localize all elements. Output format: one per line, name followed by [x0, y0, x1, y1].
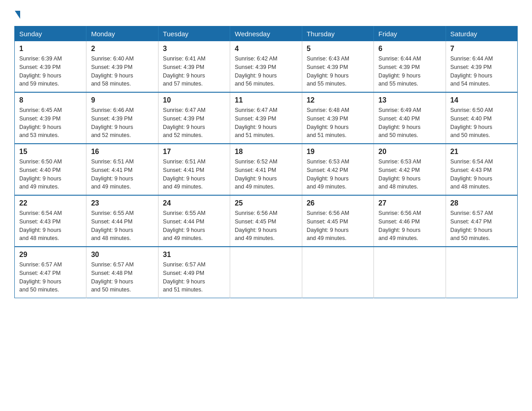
calendar-week-row: 8 Sunrise: 6:45 AMSunset: 4:39 PMDayligh…: [15, 92, 518, 144]
calendar-cell: 24 Sunrise: 6:55 AMSunset: 4:44 PMDaylig…: [158, 195, 230, 247]
day-info: Sunrise: 6:42 AMSunset: 4:39 PMDaylight:…: [235, 55, 297, 88]
day-number: 2: [91, 45, 153, 53]
calendar-cell: [302, 247, 373, 298]
logo: [14, 11, 21, 19]
day-info: Sunrise: 6:54 AMSunset: 4:43 PMDaylight:…: [450, 158, 513, 191]
calendar-week-row: 29 Sunrise: 6:57 AMSunset: 4:47 PMDaylig…: [15, 247, 518, 298]
day-number: 10: [163, 96, 225, 104]
day-info: Sunrise: 6:51 AMSunset: 4:41 PMDaylight:…: [163, 158, 225, 191]
column-header-monday: Monday: [86, 26, 158, 42]
day-info: Sunrise: 6:57 AMSunset: 4:47 PMDaylight:…: [19, 261, 82, 294]
calendar-cell: 9 Sunrise: 6:46 AMSunset: 4:39 PMDayligh…: [86, 92, 158, 144]
day-number: 18: [235, 148, 297, 156]
logo-arrow-icon: [15, 11, 20, 19]
day-info: Sunrise: 6:55 AMSunset: 4:44 PMDaylight:…: [163, 209, 225, 243]
calendar-week-row: 15 Sunrise: 6:50 AMSunset: 4:40 PMDaylig…: [15, 144, 518, 195]
day-info: Sunrise: 6:43 AMSunset: 4:39 PMDaylight:…: [307, 55, 369, 88]
calendar-week-row: 1 Sunrise: 6:39 AMSunset: 4:39 PMDayligh…: [15, 41, 518, 92]
day-info: Sunrise: 6:49 AMSunset: 4:40 PMDaylight:…: [378, 106, 441, 140]
calendar-cell: 21 Sunrise: 6:54 AMSunset: 4:43 PMDaylig…: [446, 144, 517, 195]
page-header: [14, 11, 518, 19]
day-info: Sunrise: 6:52 AMSunset: 4:41 PMDaylight:…: [235, 158, 297, 191]
column-header-wednesday: Wednesday: [230, 26, 302, 42]
calendar-cell: [374, 247, 446, 298]
day-info: Sunrise: 6:40 AMSunset: 4:39 PMDaylight:…: [91, 55, 153, 88]
day-info: Sunrise: 6:56 AMSunset: 4:45 PMDaylight:…: [235, 209, 297, 243]
day-info: Sunrise: 6:55 AMSunset: 4:44 PMDaylight:…: [91, 209, 153, 243]
calendar-cell: 6 Sunrise: 6:44 AMSunset: 4:39 PMDayligh…: [374, 41, 446, 92]
calendar-cell: 4 Sunrise: 6:42 AMSunset: 4:39 PMDayligh…: [230, 41, 302, 92]
column-header-friday: Friday: [374, 26, 446, 42]
day-info: Sunrise: 6:56 AMSunset: 4:46 PMDaylight:…: [378, 209, 441, 243]
calendar-cell: 17 Sunrise: 6:51 AMSunset: 4:41 PMDaylig…: [158, 144, 230, 195]
day-number: 29: [19, 251, 82, 259]
day-number: 3: [163, 45, 225, 53]
day-number: 27: [378, 199, 441, 207]
day-info: Sunrise: 6:56 AMSunset: 4:45 PMDaylight:…: [307, 209, 369, 243]
calendar-header-row: SundayMondayTuesdayWednesdayThursdayFrid…: [15, 26, 518, 42]
day-number: 7: [450, 45, 513, 53]
day-number: 25: [235, 199, 297, 207]
day-info: Sunrise: 6:51 AMSunset: 4:41 PMDaylight:…: [91, 158, 153, 191]
calendar-cell: 26 Sunrise: 6:56 AMSunset: 4:45 PMDaylig…: [302, 195, 373, 247]
day-number: 20: [378, 148, 441, 156]
day-info: Sunrise: 6:46 AMSunset: 4:39 PMDaylight:…: [91, 106, 153, 140]
calendar-cell: [230, 247, 302, 298]
day-info: Sunrise: 6:47 AMSunset: 4:39 PMDaylight:…: [235, 106, 297, 140]
day-info: Sunrise: 6:57 AMSunset: 4:49 PMDaylight:…: [163, 261, 225, 294]
column-header-tuesday: Tuesday: [158, 26, 230, 42]
calendar-table: SundayMondayTuesdayWednesdayThursdayFrid…: [14, 26, 518, 298]
calendar-cell: 13 Sunrise: 6:49 AMSunset: 4:40 PMDaylig…: [374, 92, 446, 144]
day-info: Sunrise: 6:57 AMSunset: 4:48 PMDaylight:…: [91, 261, 153, 294]
day-number: 24: [163, 199, 225, 207]
calendar-cell: 27 Sunrise: 6:56 AMSunset: 4:46 PMDaylig…: [374, 195, 446, 247]
calendar-cell: 22 Sunrise: 6:54 AMSunset: 4:43 PMDaylig…: [15, 195, 86, 247]
day-number: 22: [19, 199, 82, 207]
calendar-cell: 20 Sunrise: 6:53 AMSunset: 4:42 PMDaylig…: [374, 144, 446, 195]
day-number: 17: [163, 148, 225, 156]
column-header-thursday: Thursday: [302, 26, 373, 42]
calendar-cell: 31 Sunrise: 6:57 AMSunset: 4:49 PMDaylig…: [158, 247, 230, 298]
day-number: 15: [19, 148, 82, 156]
day-number: 13: [378, 96, 441, 104]
day-number: 8: [19, 96, 82, 104]
day-info: Sunrise: 6:41 AMSunset: 4:39 PMDaylight:…: [163, 55, 225, 88]
calendar-cell: 30 Sunrise: 6:57 AMSunset: 4:48 PMDaylig…: [86, 247, 158, 298]
calendar-week-row: 22 Sunrise: 6:54 AMSunset: 4:43 PMDaylig…: [15, 195, 518, 247]
day-info: Sunrise: 6:50 AMSunset: 4:40 PMDaylight:…: [19, 158, 82, 191]
calendar-cell: 14 Sunrise: 6:50 AMSunset: 4:40 PMDaylig…: [446, 92, 517, 144]
day-number: 30: [91, 251, 153, 259]
calendar-cell: 8 Sunrise: 6:45 AMSunset: 4:39 PMDayligh…: [15, 92, 86, 144]
day-info: Sunrise: 6:53 AMSunset: 4:42 PMDaylight:…: [378, 158, 441, 191]
day-info: Sunrise: 6:53 AMSunset: 4:42 PMDaylight:…: [307, 158, 369, 191]
day-number: 6: [378, 45, 441, 53]
day-number: 26: [307, 199, 369, 207]
calendar-cell: [446, 247, 517, 298]
day-number: 12: [307, 96, 369, 104]
calendar-cell: 15 Sunrise: 6:50 AMSunset: 4:40 PMDaylig…: [15, 144, 86, 195]
day-number: 19: [307, 148, 369, 156]
day-number: 4: [235, 45, 297, 53]
day-info: Sunrise: 6:44 AMSunset: 4:39 PMDaylight:…: [450, 55, 513, 88]
day-number: 1: [19, 45, 82, 53]
day-info: Sunrise: 6:50 AMSunset: 4:40 PMDaylight:…: [450, 106, 513, 140]
day-number: 11: [235, 96, 297, 104]
day-number: 21: [450, 148, 513, 156]
calendar-cell: 19 Sunrise: 6:53 AMSunset: 4:42 PMDaylig…: [302, 144, 373, 195]
day-info: Sunrise: 6:54 AMSunset: 4:43 PMDaylight:…: [19, 209, 82, 243]
calendar-cell: 23 Sunrise: 6:55 AMSunset: 4:44 PMDaylig…: [86, 195, 158, 247]
calendar-cell: 28 Sunrise: 6:57 AMSunset: 4:47 PMDaylig…: [446, 195, 517, 247]
calendar-cell: 25 Sunrise: 6:56 AMSunset: 4:45 PMDaylig…: [230, 195, 302, 247]
day-info: Sunrise: 6:39 AMSunset: 4:39 PMDaylight:…: [19, 55, 82, 88]
calendar-cell: 5 Sunrise: 6:43 AMSunset: 4:39 PMDayligh…: [302, 41, 373, 92]
day-number: 14: [450, 96, 513, 104]
day-number: 16: [91, 148, 153, 156]
calendar-cell: 11 Sunrise: 6:47 AMSunset: 4:39 PMDaylig…: [230, 92, 302, 144]
day-info: Sunrise: 6:57 AMSunset: 4:47 PMDaylight:…: [450, 209, 513, 243]
calendar-cell: 10 Sunrise: 6:47 AMSunset: 4:39 PMDaylig…: [158, 92, 230, 144]
calendar-cell: 3 Sunrise: 6:41 AMSunset: 4:39 PMDayligh…: [158, 41, 230, 92]
day-info: Sunrise: 6:45 AMSunset: 4:39 PMDaylight:…: [19, 106, 82, 140]
calendar-cell: 16 Sunrise: 6:51 AMSunset: 4:41 PMDaylig…: [86, 144, 158, 195]
day-number: 31: [163, 251, 225, 259]
day-number: 9: [91, 96, 153, 104]
